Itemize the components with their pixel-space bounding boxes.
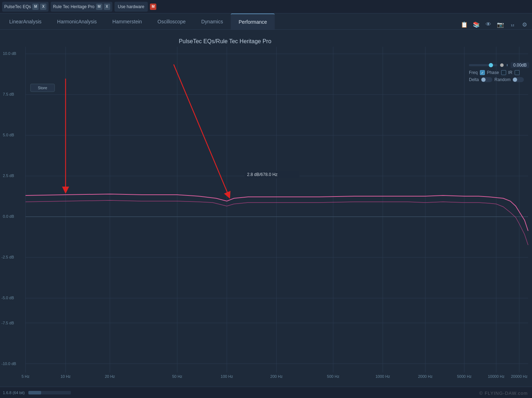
tab-performance[interactable]: Performance bbox=[231, 13, 275, 29]
progress-bar bbox=[28, 391, 71, 394]
use-hardware-tab: Use hardware bbox=[114, 2, 148, 12]
use-hardware-m-button[interactable]: M bbox=[150, 4, 156, 10]
nav-tabs: LinearAnalysis HarmonicAnalysis Hammerst… bbox=[0, 13, 532, 30]
db-separator bbox=[507, 64, 508, 66]
svg-text:-7.5 dB: -7.5 dB bbox=[1, 321, 14, 325]
svg-text:2000 Hz: 2000 Hz bbox=[418, 374, 433, 379]
pulsetec-m-button[interactable]: M bbox=[32, 4, 39, 10]
copyright-text: © FLYING-DAW.com bbox=[479, 391, 528, 396]
ir-label: IR bbox=[508, 70, 513, 75]
svg-text:10000 Hz: 10000 Hz bbox=[488, 374, 505, 379]
db-slider-track[interactable] bbox=[469, 64, 497, 66]
ruletec-tab: Rule Tec Heritage Pro M X bbox=[51, 2, 112, 12]
pulsetec-x-button[interactable]: X bbox=[40, 4, 46, 10]
svg-text:-2.5 dB: -2.5 dB bbox=[1, 255, 14, 259]
freq-phase-row: Freq Phase IR bbox=[469, 70, 529, 75]
phase-label: Phase bbox=[487, 70, 499, 75]
book-icon[interactable]: 📚 bbox=[472, 20, 481, 29]
svg-text:2.5 dB: 2.5 dB bbox=[3, 174, 14, 178]
db-slider-container: 0.00dB bbox=[469, 62, 529, 68]
ruletec-m-button[interactable]: M bbox=[96, 4, 102, 10]
top-bar: PulseTec EQs M X Rule Tec Heritage Pro M… bbox=[0, 0, 532, 13]
freq-label: Freq bbox=[469, 70, 478, 75]
tab-harmonicanalysis[interactable]: HarmonicAnalysis bbox=[49, 13, 105, 29]
progress-fill bbox=[28, 391, 41, 394]
svg-text:2.8 dB/678.0 Hz: 2.8 dB/678.0 Hz bbox=[247, 172, 278, 177]
svg-text:-10.0 dB: -10.0 dB bbox=[1, 362, 16, 366]
chart-controls: 0.00dB Freq Phase IR Delta Random bbox=[469, 62, 529, 82]
freq-checkbox[interactable] bbox=[480, 70, 485, 75]
svg-text:5000 Hz: 5000 Hz bbox=[457, 374, 472, 379]
random-toggle[interactable] bbox=[513, 77, 524, 82]
eye-icon[interactable]: 👁 bbox=[484, 20, 493, 29]
gear-icon[interactable]: ⚙ bbox=[520, 20, 529, 29]
svg-text:PulseTec EQs/Rule Tec Heritage: PulseTec EQs/Rule Tec Heritage Pro bbox=[179, 38, 271, 44]
svg-text:-5.0 dB: -5.0 dB bbox=[1, 296, 14, 300]
svg-text:7.5 dB: 7.5 dB bbox=[3, 92, 14, 96]
db-value: 0.00dB bbox=[511, 62, 529, 68]
copy-icon[interactable]: 📋 bbox=[460, 20, 469, 29]
db-slider-thumb[interactable] bbox=[489, 63, 493, 67]
delta-toggle[interactable] bbox=[481, 77, 492, 82]
toolbar-right: 📋 📚 👁 📷 ₁₂ ⚙ bbox=[460, 16, 529, 33]
tab-dynamics[interactable]: Dynamics bbox=[194, 13, 231, 29]
svg-text:20 Hz: 20 Hz bbox=[105, 374, 115, 379]
hash-icon[interactable]: ₁₂ bbox=[508, 20, 517, 29]
pulsetec-tab: PulseTec EQs M X bbox=[2, 2, 49, 12]
tab-oscilloscope[interactable]: Oscilloscope bbox=[150, 13, 193, 29]
phase-checkbox[interactable] bbox=[501, 70, 506, 75]
ruletec-x-button[interactable]: X bbox=[104, 4, 110, 10]
svg-text:5 Hz: 5 Hz bbox=[22, 374, 30, 379]
delta-label: Delta bbox=[469, 77, 479, 82]
chart-svg: 10.0 dB 7.5 dB 5.0 dB 2.5 dB 0.0 dB -2.5… bbox=[0, 33, 532, 387]
svg-text:50 Hz: 50 Hz bbox=[172, 374, 183, 379]
ruletec-tab-label: Rule Tec Heritage Pro bbox=[53, 4, 94, 9]
svg-text:5.0 dB: 5.0 dB bbox=[3, 133, 14, 137]
random-label: Random bbox=[494, 77, 510, 82]
svg-text:10 Hz: 10 Hz bbox=[61, 374, 71, 379]
tab-hammerstein[interactable]: Hammerstein bbox=[105, 13, 150, 29]
svg-text:0.0 dB: 0.0 dB bbox=[3, 214, 14, 218]
tab-linearanalysis[interactable]: LinearAnalysis bbox=[1, 13, 49, 29]
svg-text:Store: Store bbox=[38, 86, 47, 90]
svg-text:20000 Hz: 20000 Hz bbox=[511, 374, 528, 379]
svg-text:500 Hz: 500 Hz bbox=[327, 374, 340, 379]
ir-checkbox[interactable] bbox=[515, 70, 520, 75]
svg-text:200 Hz: 200 Hz bbox=[270, 374, 283, 379]
delta-random-row: Delta Random bbox=[469, 77, 529, 82]
db-indicator bbox=[500, 63, 504, 67]
svg-rect-0 bbox=[0, 33, 532, 387]
db-control-row: 0.00dB bbox=[469, 62, 529, 68]
chart-area: 0.00dB Freq Phase IR Delta Random bbox=[0, 33, 532, 387]
pulsetec-tab-label: PulseTec EQs bbox=[4, 4, 31, 9]
version-text: 1.6.8 (64 bit) bbox=[3, 391, 25, 395]
use-hardware-label: Use hardware bbox=[118, 4, 145, 9]
camera-icon[interactable]: 📷 bbox=[496, 20, 505, 29]
svg-text:100 Hz: 100 Hz bbox=[221, 374, 233, 379]
svg-text:1000 Hz: 1000 Hz bbox=[376, 374, 390, 379]
svg-text:10.0 dB: 10.0 dB bbox=[3, 51, 16, 56]
status-bar: 1.6.8 (64 bit) © FLYING-DAW.com bbox=[0, 387, 532, 398]
